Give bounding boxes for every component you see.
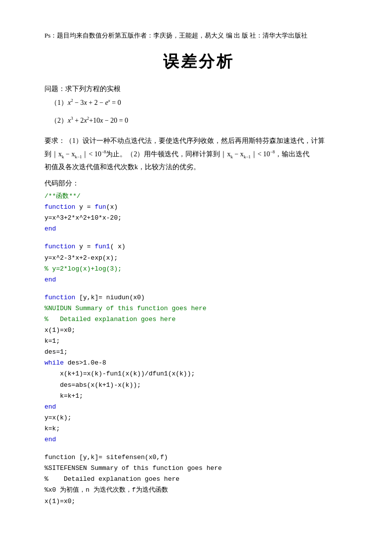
- problem1-equation: （1）x2 − 3x + 2 − ex = 0: [50, 96, 352, 110]
- ps-note: Ps：题目均来自数值分析第五版作者：李庆扬，王能超，易大义 编 出 版 社：清华…: [44, 30, 352, 41]
- page-title: 误差分析: [44, 51, 352, 73]
- code-block-2: function y = fun1( x) y=x^2-3*x+2-exp(x)…: [44, 241, 352, 285]
- code-block-1: /**函数**/ function y = fun(x) y=x^3+2*x^2…: [44, 191, 352, 234]
- requirement-section: 要求：（1）设计一种不动点迭代法，要使迭代序列收敛，然后再用斯特芬森加速迭代，计…: [44, 135, 352, 174]
- problem2-equation: （2）x3 + 2x2+10x − 20 = 0: [50, 114, 352, 128]
- code-label: 代码部分：: [44, 179, 352, 188]
- code-block-3: function [y,k]= niudun(x0) %NUIDUN Summa…: [44, 292, 352, 445]
- code-block-4: function [y,k]= sitefensen(x0,f) %SITEFE…: [44, 452, 352, 507]
- problem-section: 问题：求下列方程的实根 （1）x2 − 3x + 2 − ex = 0 （2）x…: [44, 83, 352, 128]
- problem-intro: 问题：求下列方程的实根: [44, 83, 352, 96]
